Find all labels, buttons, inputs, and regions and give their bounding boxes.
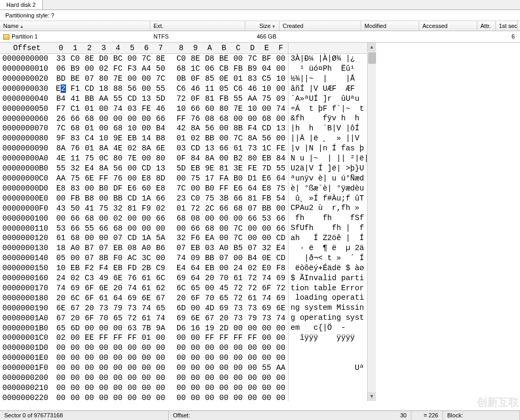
hex-byte[interactable]: 00	[188, 363, 203, 373]
hex-byte[interactable]: 46	[245, 84, 259, 94]
col-accessed[interactable]: Accessed	[419, 21, 477, 31]
hex-byte[interactable]: 00	[188, 373, 203, 383]
hex-byte[interactable]: B8	[82, 194, 97, 204]
hex-row[interactable]: 00000000602666680000000066FF760868000068…	[0, 114, 288, 124]
hex-byte[interactable]: 09	[274, 94, 288, 104]
hex-byte[interactable]: FF	[217, 333, 231, 343]
hex-row[interactable]: 000000013018A0B707EB08A0B607EB03A0B50732…	[0, 243, 288, 253]
hex-byte[interactable]: 00	[217, 214, 231, 224]
hex-byte[interactable]: B4	[153, 123, 168, 133]
hex-byte[interactable]: 74	[153, 313, 168, 323]
hex-byte[interactable]: 00	[259, 393, 274, 401]
ascii-line[interactable]: |v |N |n Í fas þ	[288, 144, 367, 154]
hex-byte[interactable]: 32	[259, 243, 274, 253]
col-ext[interactable]: Ext.	[150, 21, 245, 31]
hex-byte[interactable]: E4	[82, 164, 97, 174]
hex-row[interactable]: 00000000809F83C4109EEB14B80102BB007C8A56…	[0, 133, 288, 144]
hex-byte[interactable]: 10	[125, 123, 139, 133]
hex-row[interactable]: 0000000200000000000000000000000000000000…	[0, 373, 288, 383]
hex-byte[interactable]: 56	[111, 164, 125, 174]
hex-byte[interactable]: 06	[54, 64, 68, 74]
hex-byte[interactable]: 10	[97, 133, 111, 144]
hex-byte[interactable]: 00	[274, 133, 288, 144]
hex-byte[interactable]: 19	[203, 323, 217, 333]
hex-byte[interactable]: 00	[274, 64, 288, 74]
hex-byte[interactable]: 6D	[68, 323, 82, 333]
hex-byte[interactable]: FF	[97, 333, 111, 343]
ascii-line[interactable]: U2ä|V Í ]ë| >þ}U	[288, 164, 367, 174]
hex-byte[interactable]: 3B	[217, 194, 231, 204]
hex-byte[interactable]: 6E	[153, 144, 168, 154]
hex-byte[interactable]: 00	[231, 383, 245, 393]
hex-byte[interactable]: 20	[82, 303, 97, 313]
hex-byte[interactable]: 6F	[259, 283, 274, 293]
hex-byte[interactable]: 55	[231, 94, 245, 104]
hex-byte[interactable]: E6	[231, 184, 245, 194]
ascii-line[interactable]: Uª	[288, 363, 367, 373]
hex-row[interactable]: 0000000180206C6F6164696E67206F7065726174…	[0, 293, 288, 303]
hex-byte[interactable]: 8A	[97, 164, 111, 174]
ascii-line[interactable]: $ ÃInvalid parti	[288, 273, 367, 283]
hex-row[interactable]: 000000001006B90002FCF3A450681C06CBFBB904…	[0, 64, 288, 74]
hex-byte[interactable]: 8B	[97, 253, 111, 263]
hex-byte[interactable]: AA	[54, 174, 68, 184]
hex-byte[interactable]: 00	[259, 224, 274, 234]
col-modified[interactable]: Modified	[361, 21, 419, 31]
hex-byte[interactable]: E8	[54, 184, 68, 194]
ascii-line[interactable]	[288, 343, 367, 353]
hex-byte[interactable]: 00	[54, 353, 68, 363]
hex-byte[interactable]: 00	[174, 393, 188, 401]
hex-byte[interactable]: AA	[245, 94, 259, 104]
hex-byte[interactable]: 83	[68, 184, 82, 194]
hex-byte[interactable]: 01	[82, 104, 97, 114]
ascii-line[interactable]: îÿÿÿ ÿÿÿÿ	[288, 333, 367, 343]
hex-byte[interactable]: 00	[125, 343, 139, 353]
hex-byte[interactable]: 00	[139, 224, 153, 234]
hex-byte[interactable]: 56	[259, 133, 274, 144]
hex-byte[interactable]: 00	[217, 123, 231, 133]
hex-byte[interactable]: 68	[217, 114, 231, 124]
hex-byte[interactable]: 00	[259, 383, 274, 393]
hex-byte[interactable]: 00	[259, 373, 274, 383]
hex-byte[interactable]: 2B	[139, 263, 153, 273]
hex-byte[interactable]: 00	[125, 164, 139, 174]
hex-byte[interactable]: 72	[231, 293, 245, 303]
hex-byte[interactable]: 80	[217, 104, 231, 114]
hex-byte[interactable]: 00	[54, 214, 68, 224]
hex-byte[interactable]: 55	[82, 224, 97, 234]
hex-byte[interactable]: 66	[245, 214, 259, 224]
hex-byte[interactable]: FF	[245, 333, 259, 343]
hex-byte[interactable]: 00	[231, 393, 245, 401]
hex-byte[interactable]: 20	[174, 293, 188, 303]
hex-byte[interactable]: F2	[82, 263, 97, 273]
hex-byte[interactable]: 85	[203, 74, 217, 84]
hex-byte[interactable]: 8A	[188, 123, 203, 133]
hex-byte[interactable]: D0	[97, 54, 111, 64]
hex-byte[interactable]: FF	[217, 184, 231, 194]
hex-byte[interactable]: 66	[231, 194, 245, 204]
hex-byte[interactable]: 00	[217, 343, 231, 353]
ascii-line[interactable]	[288, 353, 367, 363]
hex-byte[interactable]: 01	[82, 123, 97, 133]
hex-byte[interactable]: 66	[153, 114, 168, 124]
hex-byte[interactable]: 70	[217, 273, 231, 283]
hex-byte[interactable]: B0	[97, 184, 111, 194]
ascii-line[interactable]: ng system Missin	[288, 303, 367, 313]
hex-byte[interactable]: 06	[203, 64, 217, 74]
hex-byte[interactable]: 20	[217, 313, 231, 323]
hex-byte[interactable]: 00	[153, 224, 168, 234]
hex-byte[interactable]: BB	[203, 133, 217, 144]
hex-byte[interactable]: 07	[111, 233, 125, 243]
hex-byte[interactable]: 10	[259, 84, 274, 94]
hex-byte[interactable]: 00	[139, 214, 153, 224]
hex-byte[interactable]: 61	[231, 273, 245, 283]
hex-byte[interactable]: 00	[231, 253, 245, 263]
hex-byte[interactable]: 00	[274, 373, 288, 383]
hex-byte[interactable]: AC	[125, 253, 139, 263]
hex-byte[interactable]: B8	[153, 133, 168, 144]
hex-byte[interactable]: 00	[68, 343, 82, 353]
hex-byte[interactable]: 00	[54, 343, 68, 353]
hex-byte[interactable]: 11	[203, 84, 217, 94]
hex-byte[interactable]: 54	[274, 194, 288, 204]
hex-byte[interactable]: 02	[111, 214, 125, 224]
